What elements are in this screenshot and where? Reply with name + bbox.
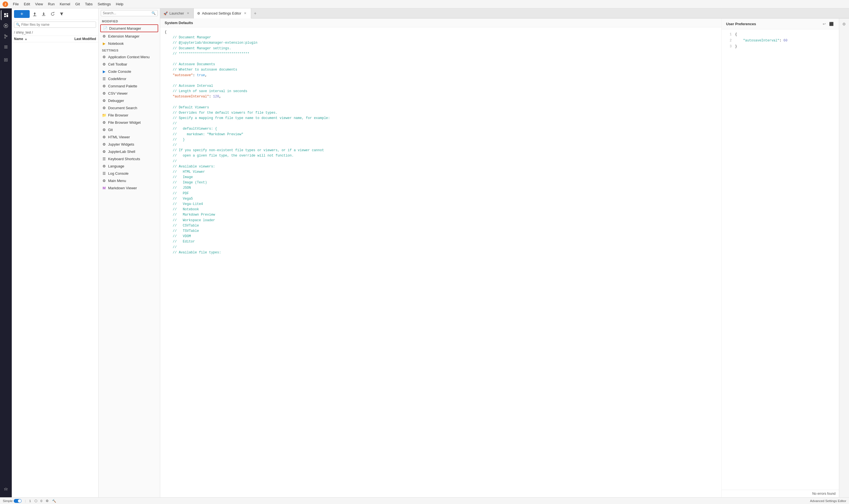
app-logo: J bbox=[2, 1, 8, 7]
user-preferences-title: User Preferences bbox=[726, 22, 756, 26]
settings-item-document-search[interactable]: ⚙ Document Search bbox=[98, 104, 160, 111]
settings-item-command-palette[interactable]: ⚙ Command Palette bbox=[98, 82, 160, 90]
name-column-header[interactable]: Name▲ bbox=[14, 37, 68, 41]
command-palette-icon: ⚙ bbox=[102, 84, 106, 88]
file-browser-widget-label: File Browser Widget bbox=[108, 121, 141, 125]
settings-tab-icon: ⚙ bbox=[197, 12, 200, 15]
settings-item-csv-viewer[interactable]: ⚙ CSV Viewer bbox=[98, 90, 160, 97]
file-search-input[interactable] bbox=[21, 23, 94, 26]
settings-item-jupyterlab-shell[interactable]: ⚙ JupyterLab Shell bbox=[98, 148, 160, 155]
git-sidebar-btn[interactable] bbox=[1, 31, 11, 41]
refresh-button[interactable] bbox=[49, 10, 57, 18]
menu-help[interactable]: Help bbox=[114, 1, 126, 7]
menu-file[interactable]: File bbox=[11, 1, 21, 7]
jupyter-widgets-label: Jupyter Widgets bbox=[108, 142, 134, 146]
menu-view[interactable]: View bbox=[33, 1, 45, 7]
launcher-tab-icon: 🚀 bbox=[164, 12, 168, 15]
tab-bar: 🚀 Launcher ✕ ⚙ Advanced Settings Editor … bbox=[160, 8, 849, 18]
settings-item-file-browser-widget[interactable]: ⚙ File Browser Widget bbox=[98, 119, 160, 126]
jupyter-widgets-icon: ⚙ bbox=[102, 142, 106, 146]
system-defaults-code[interactable]: { // Document Manager // @jupyterlab/doc… bbox=[160, 28, 721, 497]
extension-manager-label: Extension Manager bbox=[108, 34, 140, 38]
running-sidebar-btn[interactable] bbox=[1, 21, 11, 31]
extensions-sidebar-btn[interactable] bbox=[1, 484, 11, 494]
user-preferences-code[interactable]: 1 { 2 "autosaveInterval": 60 3 } bbox=[722, 30, 839, 52]
commands-sidebar-btn[interactable] bbox=[1, 42, 11, 52]
debugger-label: Debugger bbox=[108, 98, 124, 103]
menu-tabs[interactable]: Tabs bbox=[83, 1, 95, 7]
new-file-button[interactable]: + bbox=[14, 10, 30, 18]
notebook-label: Notebook bbox=[108, 41, 124, 46]
file-table-header[interactable]: Name▲ Last Modified bbox=[12, 36, 98, 42]
svg-rect-3 bbox=[6, 13, 8, 14]
settings-item-code-console[interactable]: ▶ Code Console bbox=[98, 68, 160, 75]
menu-settings[interactable]: Settings bbox=[95, 1, 113, 7]
tab-launcher[interactable]: 🚀 Launcher ✕ bbox=[160, 8, 194, 18]
csv-viewer-label: CSV Viewer bbox=[108, 91, 128, 95]
keyboard-shortcuts-label: Keyboard Shortcuts bbox=[108, 157, 140, 161]
command-palette-label: Command Palette bbox=[108, 84, 137, 88]
tab-advanced-settings[interactable]: ⚙ Advanced Settings Editor ✕ bbox=[194, 8, 251, 18]
filter-button[interactable] bbox=[58, 10, 66, 18]
menu-edit[interactable]: Edit bbox=[21, 1, 32, 7]
tab-add-button[interactable]: + bbox=[251, 8, 259, 18]
settings-item-jupyter-widgets[interactable]: ⚙ Jupyter Widgets bbox=[98, 141, 160, 148]
code-console-label: Code Console bbox=[108, 69, 131, 74]
settings-item-keyboard-shortcuts[interactable]: ☰ Keyboard Shortcuts bbox=[98, 155, 160, 162]
settings-item-markdown-viewer[interactable]: M Markdown Viewer bbox=[98, 184, 160, 192]
settings-item-notebook[interactable]: ▶ Notebook bbox=[98, 40, 160, 47]
simple-label: Simple bbox=[3, 499, 13, 503]
statusbar-separator-1: | bbox=[25, 499, 26, 503]
settings-tab-close[interactable]: ✕ bbox=[243, 11, 248, 16]
files-sidebar-btn[interactable] bbox=[1, 10, 11, 20]
file-search-bar[interactable]: 🔍 bbox=[14, 21, 96, 28]
undo-button[interactable]: ↩ bbox=[821, 21, 827, 27]
system-defaults-header: System Defaults bbox=[160, 18, 721, 28]
file-browser-icon: 📁 bbox=[102, 113, 106, 117]
settings-item-git[interactable]: ⚙ Git bbox=[98, 126, 160, 133]
property-inspector-right-btn[interactable]: ⚙ bbox=[840, 20, 848, 28]
settings-tab-label: Advanced Settings Editor bbox=[202, 12, 241, 15]
settings-item-log-console[interactable]: ☰ Log Console bbox=[98, 170, 160, 177]
code-console-icon: ▶ bbox=[102, 69, 106, 74]
svg-point-7 bbox=[5, 25, 7, 26]
settings-item-codemirror[interactable]: ☰ CodeMirror bbox=[98, 75, 160, 82]
settings-search-bar[interactable]: 🔍 bbox=[101, 10, 158, 16]
simple-mode-toggle[interactable]: Simple bbox=[3, 499, 21, 503]
settings-item-language[interactable]: ⚙ Language bbox=[98, 162, 160, 170]
settings-section-label-2: SETTINGS bbox=[98, 47, 160, 53]
main-menu-icon: ⚙ bbox=[102, 178, 106, 183]
menu-kernel[interactable]: Kernel bbox=[57, 1, 73, 7]
settings-item-extension-manager[interactable]: ⚙ Extension Manager bbox=[98, 33, 160, 40]
settings-item-html-viewer[interactable]: ⚙ HTML Viewer bbox=[98, 133, 160, 141]
svg-rect-13 bbox=[4, 46, 7, 46]
inspector-sidebar-btn[interactable] bbox=[1, 55, 11, 65]
download-button[interactable] bbox=[40, 10, 48, 18]
modified-column-header[interactable]: Last Modified bbox=[68, 37, 96, 41]
menu-run[interactable]: Run bbox=[46, 1, 57, 7]
log-console-label: Log Console bbox=[108, 172, 128, 176]
settings-item-main-menu[interactable]: ⚙ Main Menu bbox=[98, 177, 160, 184]
svg-point-9 bbox=[4, 37, 5, 38]
statusbar-build-icon[interactable]: 🔨 bbox=[52, 499, 56, 503]
restore-button[interactable]: ⬛ bbox=[828, 21, 834, 27]
error-count: 0 bbox=[41, 499, 42, 503]
settings-item-document-manager[interactable]: 📄 Document Manager bbox=[100, 24, 158, 32]
settings-item-file-browser[interactable]: 📁 File Browser bbox=[98, 111, 160, 119]
language-icon: ⚙ bbox=[102, 164, 106, 168]
svg-rect-4 bbox=[4, 16, 6, 17]
settings-search-icon: 🔍 bbox=[151, 11, 156, 15]
upload-button[interactable] bbox=[31, 10, 39, 18]
file-browser-label: File Browser bbox=[108, 113, 128, 117]
settings-item-debugger[interactable]: ⚙ Debugger bbox=[98, 97, 160, 104]
menu-git[interactable]: Git bbox=[73, 1, 82, 7]
breadcrumb: / shiny_test / bbox=[12, 30, 98, 36]
document-search-label: Document Search bbox=[108, 106, 137, 110]
toggle-track[interactable] bbox=[14, 499, 21, 503]
svg-rect-15 bbox=[4, 48, 7, 49]
settings-search-input[interactable] bbox=[103, 11, 150, 15]
settings-item-app-context-menu[interactable]: ⚙ Application Context Menu bbox=[98, 53, 160, 60]
launcher-tab-close[interactable]: ✕ bbox=[186, 11, 190, 16]
settings-item-cell-toolbar[interactable]: ⚙ Cell Toolbar bbox=[98, 60, 160, 68]
statusbar-settings-icon[interactable]: ⚙ bbox=[46, 499, 49, 503]
